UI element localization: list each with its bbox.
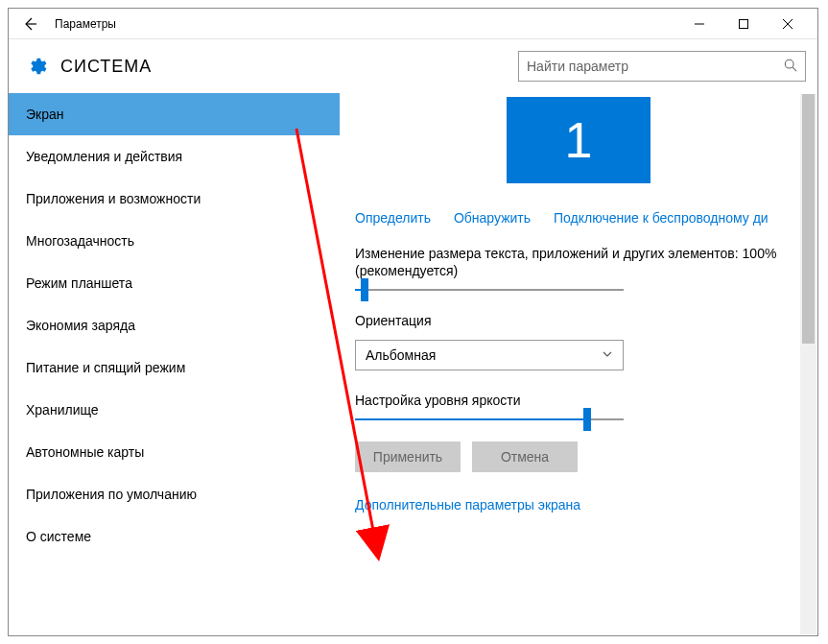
svg-rect-1 — [740, 19, 748, 28]
scale-label: Изменение размера текста, приложений и д… — [355, 245, 802, 279]
settings-window: Параметры СИСТЕМА Найти параметр ЭкранУв… — [8, 8, 818, 636]
button-row: Применить Отмена — [355, 441, 802, 472]
gear-icon — [26, 56, 47, 77]
cancel-button: Отмена — [472, 441, 578, 472]
sidebar-item-5[interactable]: Экономия заряда — [9, 304, 340, 346]
sidebar-item-4[interactable]: Режим планшета — [9, 262, 340, 304]
sidebar-item-1[interactable]: Уведомления и действия — [9, 135, 340, 178]
back-button[interactable] — [16, 11, 43, 37]
sidebar-item-3[interactable]: Многозадачность — [9, 220, 340, 262]
monitor-tile[interactable]: 1 — [507, 97, 651, 183]
app-title: Параметры — [55, 17, 116, 31]
section-title: СИСТЕМА — [60, 57, 152, 77]
main-area: ЭкранУведомления и действияПриложения и … — [9, 93, 817, 635]
header: СИСТЕМА Найти параметр — [9, 39, 817, 93]
orientation-select[interactable]: Альбомная — [355, 340, 624, 370]
sidebar: ЭкранУведомления и действияПриложения и … — [9, 93, 340, 635]
maximize-button[interactable] — [722, 9, 766, 39]
svg-line-5 — [793, 67, 796, 71]
sidebar-item-9[interactable]: Приложения по умолчанию — [9, 473, 340, 515]
search-input[interactable]: Найти параметр — [518, 51, 806, 82]
brightness-slider[interactable] — [355, 418, 802, 420]
orientation-value: Альбомная — [366, 347, 602, 363]
chevron-down-icon — [602, 347, 613, 363]
sidebar-item-7[interactable]: Хранилище — [9, 389, 340, 431]
search-icon — [784, 59, 797, 75]
svg-point-4 — [785, 60, 793, 68]
scale-slider[interactable] — [355, 289, 802, 291]
detect-link[interactable]: Обнаружить — [454, 210, 531, 226]
sidebar-item-8[interactable]: Автономные карты — [9, 431, 340, 473]
scrollbar-thumb[interactable] — [802, 94, 815, 344]
titlebar: Параметры — [9, 9, 817, 39]
search-placeholder: Найти параметр — [527, 59, 784, 74]
orientation-label: Ориентация — [355, 312, 802, 329]
window-controls — [677, 9, 810, 39]
brightness-label: Настройка уровня яркости — [355, 392, 802, 409]
apply-button: Применить — [355, 441, 461, 472]
vertical-scrollbar[interactable] — [800, 94, 816, 634]
sidebar-item-10[interactable]: О системе — [9, 515, 340, 558]
sidebar-item-0[interactable]: Экран — [9, 93, 340, 135]
sidebar-item-6[interactable]: Питание и спящий режим — [9, 346, 340, 389]
content-panel: 1 Определить Обнаружить Подключение к бе… — [340, 93, 817, 635]
close-button[interactable] — [766, 9, 810, 39]
identify-link[interactable]: Определить — [355, 210, 431, 226]
sidebar-item-2[interactable]: Приложения и возможности — [9, 178, 340, 220]
minimize-button[interactable] — [677, 9, 722, 39]
wireless-link[interactable]: Подключение к беспроводному ди — [554, 210, 769, 226]
display-links: Определить Обнаружить Подключение к бесп… — [355, 210, 802, 226]
advanced-display-link[interactable]: Дополнительные параметры экрана — [355, 497, 802, 513]
